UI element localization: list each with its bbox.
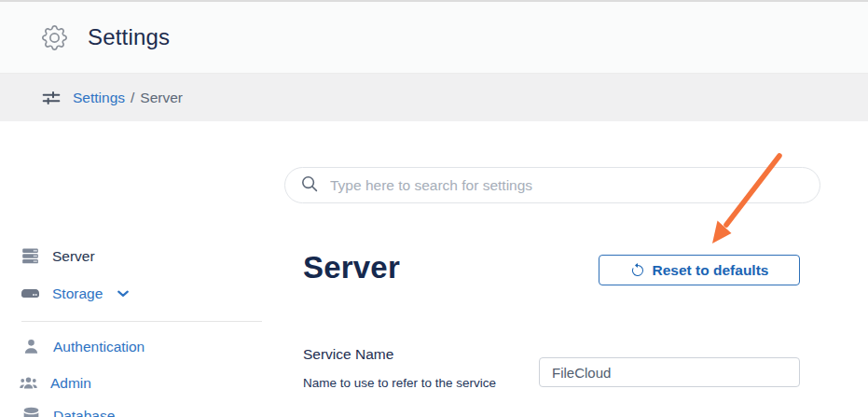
- sidebar-item-label: Database: [53, 408, 115, 417]
- breadcrumb-current: Server: [140, 90, 183, 106]
- server-rack-icon: [21, 247, 39, 265]
- field-description-service-name: Name to use to refer to the service: [303, 376, 496, 390]
- people-icon: [20, 374, 37, 392]
- person-icon: [22, 338, 40, 355]
- sidebar-item-label: Server: [52, 248, 95, 265]
- field-label-service-name: Service Name: [303, 346, 393, 363]
- reset-button-label: Reset to defaults: [653, 262, 769, 279]
- service-name-input[interactable]: [539, 357, 800, 387]
- sidebar-item-label: Admin: [50, 375, 91, 392]
- sidebar-item-label: Authentication: [53, 339, 145, 355]
- sidebar-item-label: Storage: [52, 285, 103, 302]
- sidebar-item-database[interactable]: Database: [22, 407, 115, 417]
- sidebar-item-storage[interactable]: Storage: [21, 285, 129, 302]
- section-title: Server: [303, 250, 400, 285]
- sliders-icon: [42, 89, 73, 107]
- reset-to-defaults-button[interactable]: Reset to defaults: [599, 255, 800, 285]
- gear-icon: [42, 25, 88, 50]
- breadcrumb-settings-link[interactable]: Settings: [73, 90, 125, 106]
- sidebar-item-admin[interactable]: Admin: [20, 374, 91, 392]
- breadcrumb: Settings / Server: [0, 74, 868, 121]
- storage-drive-icon: [21, 285, 39, 302]
- search-input[interactable]: [330, 177, 804, 194]
- breadcrumb-separator: /: [131, 90, 134, 106]
- page-title-header: Settings: [88, 24, 170, 50]
- sidebar-divider: [21, 321, 262, 322]
- database-icon: [22, 407, 40, 417]
- chevron-down-icon: [116, 290, 129, 298]
- app-header: Settings: [0, 2, 868, 74]
- reset-counterclockwise-icon: [630, 263, 645, 278]
- settings-search: [284, 167, 820, 203]
- sidebar-item-server[interactable]: Server: [21, 247, 95, 265]
- sidebar-item-authentication[interactable]: Authentication: [22, 338, 145, 355]
- search-icon: [301, 175, 330, 196]
